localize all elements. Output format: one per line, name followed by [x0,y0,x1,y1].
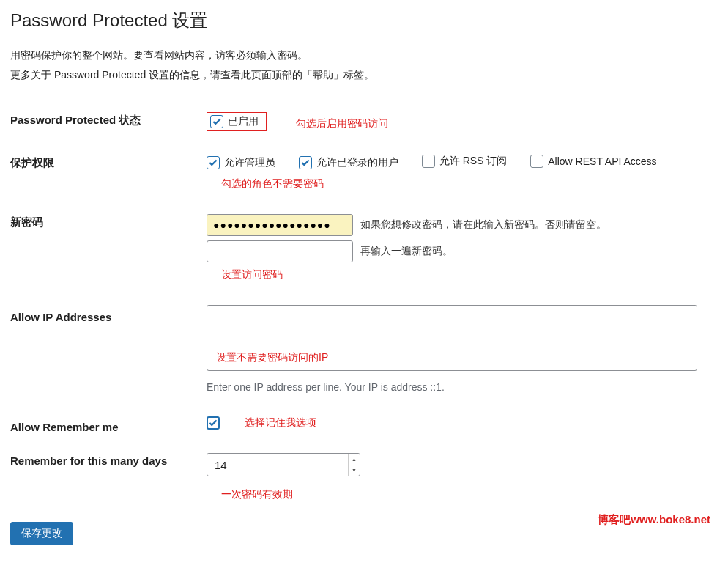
confirm-password-input[interactable] [207,240,353,262]
row-remember-me: Allow Remember me 选择记住我选项 [10,409,718,446]
confirm-password-hint: 再输入一遍新密码。 [360,245,453,258]
row-permissions: 保护权限 允许管理员 允许已登录的用户 [10,147,718,207]
new-password-input[interactable]: ●●●●●●●●●●●●●●●●● [207,214,353,236]
perm-allow-admin[interactable]: 允许管理员 [207,156,275,169]
number-spinner[interactable]: ▲ ▼ [348,454,360,476]
perm-label: Allow REST API Access [548,155,656,167]
row-new-password: 新密码 ●●●●●●●●●●●●●●●●● 如果您想修改密码，请在此输入新密码。… [10,207,718,298]
remember-me-label: Allow Remember me [10,409,207,446]
status-label: Password Protected 状态 [10,105,207,147]
watermark-text: 博客吧www.boke8.net [598,513,710,527]
allow-ip-textarea[interactable]: 设置不需要密码访问的IP [207,305,697,371]
status-checkbox-label: 已启用 [228,115,259,128]
checkbox-icon [210,115,223,128]
checkbox-icon [530,155,543,168]
status-note: 勾选后启用密码访问 [296,117,388,129]
permissions-note: 勾选的角色不需要密码 [221,177,718,191]
chevron-up-icon[interactable]: ▲ [349,454,360,465]
row-remember-days: Remember for this many days 14 ▲ ▼ 一次密码有… [10,446,718,517]
page-title: Password Protected 设置 [10,9,718,32]
checkbox-icon [422,155,435,168]
allow-ip-hint: Enter one IP address per line. Your IP i… [207,381,718,393]
allow-ip-inner-note: 设置不需要密码访问的IP [216,351,328,364]
remember-days-input[interactable]: 14 ▲ ▼ [207,453,360,476]
page-description: 用密码保护你的整个网站。要查看网站内容，访客必须输入密码。 更多关于 Passw… [10,45,718,84]
perm-label: 允许管理员 [224,156,275,169]
new-password-label: 新密码 [10,207,207,298]
perm-label: 允许已登录的用户 [316,156,398,169]
settings-page: Password Protected 设置 用密码保护你的整个网站。要查看网站内… [0,0,728,571]
remember-days-value: 14 [207,459,348,471]
perm-allow-logged-in[interactable]: 允许已登录的用户 [299,156,398,169]
remember-days-label: Remember for this many days [10,446,207,517]
remember-me-checkbox[interactable] [207,416,220,430]
description-line-2: 更多关于 Password Protected 设置的信息，请查看此页面顶部的「… [10,65,718,85]
description-line-1: 用密码保护你的整个网站。要查看网站内容，访客必须输入密码。 [10,45,718,65]
chevron-down-icon[interactable]: ▼ [349,465,360,476]
permissions-label: 保护权限 [10,147,207,207]
checkbox-icon [207,156,220,169]
new-password-hint: 如果您想修改密码，请在此输入新密码。否则请留空。 [360,218,606,232]
row-allow-ip: Allow IP Addresses 设置不需要密码访问的IP Enter on… [10,298,718,409]
remember-me-note: 选择记住我选项 [245,416,316,430]
remember-days-note: 一次密码有效期 [221,488,718,501]
row-status: Password Protected 状态 已启用 勾选后启用密码访问 [10,105,718,147]
checkbox-icon [299,156,312,169]
save-button[interactable]: 保存更改 [10,522,73,545]
status-enabled-checkbox[interactable]: 已启用 [207,112,267,131]
perm-label: 允许 RSS 订阅 [439,155,508,168]
perm-allow-rest-api[interactable]: Allow REST API Access [530,155,656,168]
perm-allow-rss[interactable]: 允许 RSS 订阅 [422,155,508,168]
allow-ip-label: Allow IP Addresses [10,298,207,409]
settings-form: Password Protected 状态 已启用 勾选后启用密码访问 保护权限 [10,105,718,517]
password-note: 设置访问密码 [221,268,718,281]
